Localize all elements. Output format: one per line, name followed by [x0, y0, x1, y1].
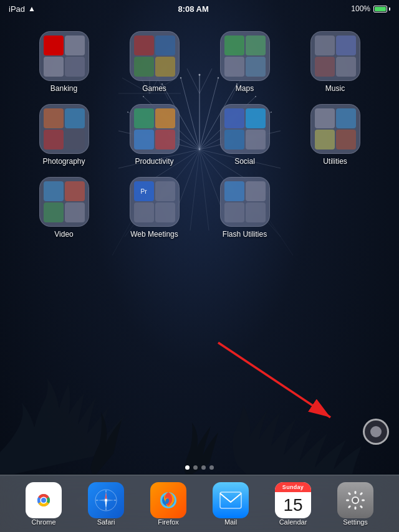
- games-folder-icon: [130, 31, 180, 81]
- app-photography[interactable]: Photography: [33, 104, 95, 166]
- music-folder-icon: [310, 31, 360, 81]
- firefox-label: Firefox: [158, 518, 179, 526]
- mail-icon: [213, 482, 249, 518]
- flash-utilities-label: Flash Utilities: [223, 230, 267, 239]
- carrier-text: iPad: [9, 4, 25, 14]
- dock-mail[interactable]: Mail: [213, 482, 249, 526]
- app-flash-utilities[interactable]: Flash Utilities: [214, 177, 276, 239]
- app-social[interactable]: Social: [214, 104, 276, 166]
- photography-folder-icon: [39, 104, 89, 154]
- svg-rect-72: [355, 506, 357, 510]
- app-grid: Banking Games Maps: [0, 25, 399, 256]
- app-games[interactable]: Games: [123, 31, 186, 93]
- svg-point-61: [105, 499, 107, 501]
- social-label: Social: [234, 157, 255, 166]
- assistive-touch-inner: [370, 426, 382, 437]
- banking-folder-icon: [39, 31, 89, 81]
- calendar-date: 15: [275, 492, 311, 518]
- music-label: Music: [325, 84, 345, 93]
- svg-point-70: [353, 498, 358, 503]
- status-bar: iPad ▲ 8:08 AM 100%: [0, 0, 399, 17]
- flash-utilities-folder-icon: [220, 177, 270, 227]
- video-label: Video: [54, 230, 73, 239]
- status-time: 8:08 AM: [178, 4, 208, 14]
- calendar-icon: Sunday 15: [275, 482, 311, 518]
- calendar-label: Calendar: [279, 518, 307, 526]
- battery-icon: [373, 6, 390, 12]
- utilities-label: Utilities: [323, 157, 347, 166]
- status-left: iPad ▲: [9, 4, 36, 14]
- banking-label: Banking: [50, 84, 77, 93]
- productivity-label: Productivity: [135, 157, 173, 166]
- wifi-icon: ▲: [28, 4, 36, 13]
- web-meetings-folder-icon: Pr: [130, 177, 180, 227]
- chrome-label: Chrome: [31, 518, 55, 526]
- productivity-folder-icon: [130, 104, 180, 154]
- svg-point-55: [41, 498, 46, 503]
- app-web-meetings[interactable]: Pr Web Meetings: [123, 177, 186, 239]
- dock-safari[interactable]: Safari: [88, 482, 124, 526]
- maps-folder-icon: [220, 31, 270, 81]
- svg-rect-77: [348, 505, 352, 508]
- dock-chrome[interactable]: Chrome: [26, 482, 62, 526]
- app-maps[interactable]: Maps: [214, 31, 276, 93]
- svg-rect-75: [348, 492, 352, 495]
- app-utilities[interactable]: Utilities: [304, 104, 367, 166]
- status-right: 100%: [351, 4, 390, 13]
- safari-label: Safari: [97, 518, 115, 526]
- svg-rect-68: [220, 492, 241, 508]
- page-dots: [0, 465, 399, 470]
- app-music[interactable]: Music: [304, 31, 367, 93]
- app-row-3: Video Pr Web Meetings Flash Utilities: [19, 177, 380, 239]
- social-folder-icon: [220, 104, 270, 154]
- page-dot-3: [201, 465, 206, 470]
- dock-calendar[interactable]: Sunday 15 Calendar: [275, 482, 311, 526]
- settings-icon: [337, 482, 373, 518]
- app-banking[interactable]: Banking: [33, 31, 95, 93]
- maps-label: Maps: [236, 84, 254, 93]
- chrome-icon: [26, 482, 62, 518]
- assistive-touch-button[interactable]: [363, 419, 389, 445]
- app-productivity[interactable]: Productivity: [123, 104, 186, 166]
- firefox-icon: [150, 482, 186, 518]
- svg-rect-71: [355, 491, 357, 494]
- video-folder-icon: [39, 177, 89, 227]
- safari-icon: [88, 482, 124, 518]
- mail-label: Mail: [224, 518, 237, 526]
- dock-settings[interactable]: Settings: [337, 482, 373, 526]
- dock: Chrome Safari: [0, 475, 399, 532]
- settings-label: Settings: [343, 518, 368, 526]
- app-row-2: Photography Productivity Social: [19, 104, 380, 166]
- tree-silhouette: [0, 353, 399, 477]
- app-video[interactable]: Video: [33, 177, 95, 239]
- games-label: Games: [142, 84, 166, 93]
- battery-percent: 100%: [351, 4, 370, 13]
- svg-rect-78: [360, 505, 363, 508]
- page-dot-2: [193, 465, 198, 470]
- svg-rect-73: [346, 499, 349, 501]
- utilities-folder-icon: [310, 104, 360, 154]
- app-row-1: Banking Games Maps: [19, 31, 380, 93]
- dock-firefox[interactable]: Firefox: [150, 482, 186, 526]
- svg-rect-74: [362, 499, 365, 501]
- calendar-header: Sunday: [275, 482, 311, 492]
- photography-label: Photography: [42, 157, 85, 166]
- web-meetings-label: Web Meetings: [130, 230, 178, 239]
- page-dot-4: [209, 465, 214, 470]
- svg-rect-76: [360, 492, 363, 495]
- page-dot-1: [185, 465, 190, 470]
